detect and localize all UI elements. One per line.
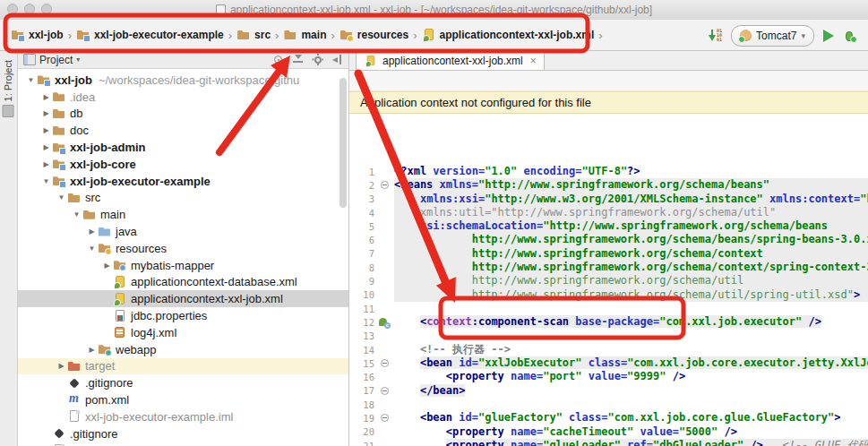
code-text: xsi:schemaLocation="http://www.springfra… <box>394 219 868 233</box>
fold-close-icon[interactable] <box>381 387 389 395</box>
tree-item-xxl-job-executor-example.iml[interactable]: xxl-job-executor-example.iml <box>18 408 348 425</box>
fold-open-icon[interactable] <box>381 414 389 422</box>
title-bar: applicationcontext-xxl-job.xml - xxl-job… <box>0 0 868 21</box>
tree-item-doc[interactable]: ▶doc <box>18 122 348 139</box>
breadcrumb-item-applicationcontext-xxl-job.xml[interactable]: applicationcontext-xxl-job.xml <box>422 28 595 42</box>
collapse-all-icon[interactable] <box>292 54 304 65</box>
chevron-right-icon[interactable]: ▶ <box>86 227 98 236</box>
gear-icon[interactable] <box>312 54 323 65</box>
chevron-right-icon[interactable]: ▶ <box>86 346 98 354</box>
chevron-down-icon[interactable]: ▼ <box>71 210 82 219</box>
breadcrumb-separator: › <box>413 29 417 42</box>
tree-item-.idea[interactable]: ▶.idea <box>18 89 348 106</box>
tree-item-log4j.xml[interactable]: log4j.xml <box>18 324 348 341</box>
code-line-9: 9 http://www.springframework.org/schema/… <box>349 274 868 287</box>
chevron-right-icon[interactable]: ▶ <box>40 109 52 117</box>
tree-item-label: applicationcontext-database.xml <box>131 275 297 288</box>
run-configuration-select[interactable]: Tomcat7 ▾ <box>731 25 814 47</box>
tree-item-mybatis-mapper[interactable]: ▶mybatis-mapper <box>18 257 348 274</box>
close-window-button[interactable] <box>7 4 18 14</box>
tree-item-label: xxl-job-executor-example.iml <box>85 410 233 424</box>
tree-item-.gitignore[interactable]: .gitignore <box>18 425 348 442</box>
project-panel-header: Project ▾ <box>18 51 348 69</box>
fold-open-icon[interactable] <box>381 181 389 189</box>
line-number: 14 <box>349 345 374 356</box>
code-line-6: 6 http://www.springframework.org/schema/… <box>349 233 868 246</box>
line-number: 7 <box>349 248 374 259</box>
chevron-down-icon[interactable]: ▼ <box>25 76 37 84</box>
tree-item-xxl-job[interactable]: ▼xxl-job~/workspaces/idea-git-workspace/… <box>18 72 348 89</box>
line-number: 12 <box>349 317 374 328</box>
fold-open-icon[interactable] <box>381 359 389 367</box>
tomcat-icon <box>740 30 752 41</box>
tree-item-pom.xml[interactable]: pom.xml <box>18 391 348 408</box>
chevron-down-icon[interactable]: ▼ <box>56 193 67 202</box>
chevron-down-icon[interactable]: ▼ <box>40 177 52 185</box>
breadcrumb-item-xxl-job[interactable]: xxl-job <box>11 28 64 42</box>
minimize-window-button[interactable] <box>24 4 35 14</box>
tree-item-xxl-job-admin[interactable]: ▶xxl-job-admin <box>18 139 348 156</box>
code-line-13: 13 <box>349 330 868 343</box>
tree-item-db[interactable]: ▶db <box>18 106 348 123</box>
chevron-right-icon[interactable]: ▶ <box>40 143 52 151</box>
project-scrollbar[interactable] <box>339 78 347 208</box>
folder-web-icon <box>98 342 112 356</box>
tree-item-xxl-job-executor-example[interactable]: ▼xxl-job-executor-example <box>18 173 348 190</box>
spring-xml-file-icon <box>365 55 377 67</box>
editor-area[interactable]: applicationcontext-xxl-job.xml × Applica… <box>349 51 868 446</box>
module-icon <box>52 141 66 155</box>
breadcrumb-item-resources[interactable]: resources <box>339 28 408 42</box>
tree-item-main[interactable]: ▼main <box>18 206 348 223</box>
chevron-right-icon[interactable]: ▶ <box>40 93 52 101</box>
breadcrumb-item-xxl-job-executor-example[interactable]: xxl-job-executor-example <box>76 28 224 42</box>
tree-item-LICENSE[interactable]: LICENSE <box>18 442 348 446</box>
tree-item-jdbc.properties[interactable]: jdbc.properties <box>18 307 348 324</box>
breadcrumb-item-main[interactable]: main <box>283 28 326 42</box>
tree-item-applicationcontext-database.xml[interactable]: applicationcontext-database.xml <box>18 274 348 291</box>
tree-item-label: xxl-job-executor-example <box>70 175 211 188</box>
folder-icon <box>82 208 97 222</box>
gutter <box>374 317 394 328</box>
chevron-right-icon[interactable]: ▶ <box>56 362 67 370</box>
folder-icon <box>52 90 66 104</box>
breadcrumb-label: resources <box>357 29 408 41</box>
tree-item-java[interactable]: ▶java <box>18 223 348 240</box>
tree-item-xxl-job-core[interactable]: ▶xxl-job-core <box>18 156 348 173</box>
breadcrumb-item-src[interactable]: src <box>236 28 271 42</box>
locate-icon[interactable] <box>272 54 284 65</box>
tree-item-resources[interactable]: ▼resources <box>18 240 348 257</box>
zoom-window-button[interactable] <box>41 4 52 14</box>
chevron-right-icon[interactable]: ▶ <box>40 126 52 134</box>
tree-item-.gitignore[interactable]: .gitignore <box>18 374 348 391</box>
line-number: 8 <box>349 262 374 273</box>
code-editor[interactable]: 1<?xml version="1.0" encoding="UTF-8"?>2… <box>349 161 868 446</box>
module-icon <box>52 174 66 188</box>
code-line-14: 14 <!-- 执行器 --> <box>349 343 868 356</box>
incoming-changes-icon[interactable]: 011001 <box>708 29 722 43</box>
code-line-17: 17 </bean> <box>349 384 868 398</box>
tree-item-target[interactable]: ▶target <box>18 358 348 375</box>
component-scan-gutter-icon[interactable] <box>379 317 390 328</box>
hide-panel-icon[interactable] <box>331 54 343 65</box>
debug-button[interactable] <box>843 30 855 42</box>
run-button[interactable] <box>823 30 834 42</box>
line-number: 21 <box>349 441 374 446</box>
tree-item-applicationcontext-xxl-job.xml[interactable]: applicationcontext-xxl-job.xml <box>18 290 348 307</box>
breadcrumb-separator: › <box>331 29 334 42</box>
project-tool-window-button[interactable]: 1: Project <box>2 60 14 116</box>
tree-item-webapp[interactable]: ▶webapp <box>18 341 348 358</box>
tree-item-src[interactable]: ▼src <box>18 190 348 207</box>
editor-tab-bar: applicationcontext-xxl-job.xml × <box>349 51 868 71</box>
tree-item-label: target <box>85 359 115 373</box>
code-line-3: 3 xmlns:xsi="http://www.w3.org/2001/XMLS… <box>349 193 868 206</box>
chevron-right-icon[interactable]: ▶ <box>40 160 52 168</box>
chevron-down-icon[interactable]: ▼ <box>86 244 98 253</box>
editor-tab[interactable]: applicationcontext-xxl-job.xml × <box>356 51 545 70</box>
window-controls[interactable] <box>7 4 52 14</box>
breadcrumb-label: src <box>254 29 271 41</box>
xml-file-icon <box>113 325 127 339</box>
project-view-dropdown[interactable]: ▾ <box>76 56 80 64</box>
close-tab-icon[interactable]: × <box>530 55 537 67</box>
chevron-right-icon[interactable]: ▶ <box>101 262 113 270</box>
tree-item-label: resources <box>116 242 167 255</box>
